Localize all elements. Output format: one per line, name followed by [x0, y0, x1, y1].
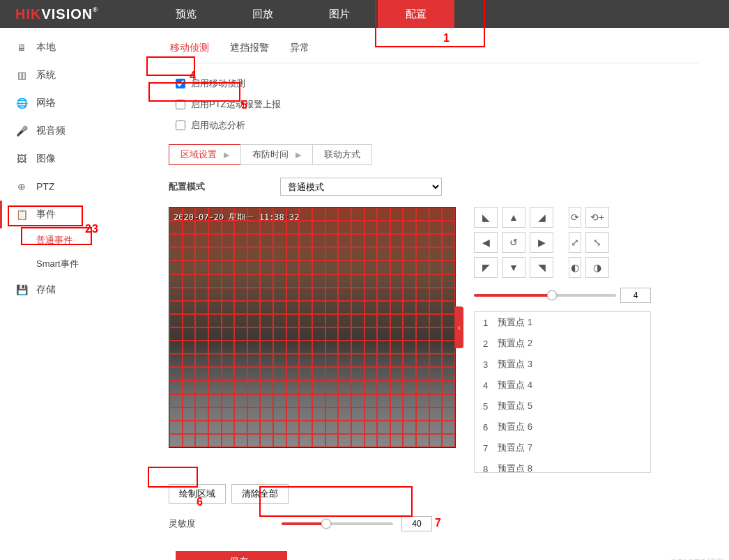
ptz-btn-2-1[interactable]: ▼ — [502, 257, 525, 278]
sidebar-icon-5: ⊕ — [15, 180, 28, 193]
video-preview[interactable]: 2020-07-20 星期一 11:38:32 ‹ — [169, 207, 456, 448]
ptz-btn-2-4[interactable]: ◑ — [585, 257, 609, 278]
step-tab-区域设置[interactable]: 区域设置▶ — [169, 144, 240, 165]
ptz-btn-0-1[interactable]: ▲ — [502, 207, 525, 228]
preset-row[interactable]: 2预置点 2 — [475, 333, 650, 354]
ptz-button-grid: ◣▲◢⟳⟲+◀↺▶⤢⤡◤▼◥◐◑ — [474, 207, 651, 278]
sidebar-item-图像[interactable]: 🖼图像 — [0, 145, 148, 173]
sidebar-label: 本地 — [36, 41, 56, 54]
preset-index: 1 — [483, 318, 488, 328]
preset-name: 预置点 3 — [498, 358, 532, 371]
subtab-遮挡报警[interactable]: 遮挡报警 — [229, 39, 270, 57]
preset-index: 5 — [483, 401, 488, 412]
preset-row[interactable]: 5预置点 5 — [475, 396, 650, 417]
config-mode-select[interactable]: 普通模式 — [280, 178, 442, 196]
logo-vision: VISION — [41, 6, 93, 22]
sidebar-sub-普通事件[interactable]: 普通事件 — [0, 228, 148, 252]
sidebar-item-事件[interactable]: 📋事件 — [0, 201, 148, 228]
enable-motion-checkbox[interactable] — [176, 79, 185, 88]
preset-index: 4 — [483, 380, 488, 391]
content: 移动侦测遮挡报警异常 启用移动侦测 启用PTZ运动报警上报 启用动态分析 区域设… — [148, 28, 729, 560]
step-tab-布防时间[interactable]: 布防时间▶ — [240, 144, 312, 165]
subtab-异常[interactable]: 异常 — [289, 39, 311, 57]
preset-index: 6 — [483, 422, 488, 433]
top-nav-回放[interactable]: 回放 — [224, 0, 301, 28]
preset-row[interactable]: 3预置点 3 — [475, 354, 650, 375]
video-collapse-handle[interactable]: ‹ — [455, 306, 463, 348]
enable-dynamic-label: 启用动态分析 — [191, 119, 245, 132]
step-tabs: 区域设置▶布防时间▶联动方式 — [169, 144, 729, 165]
enable-ptz-alarm-checkbox[interactable] — [176, 100, 185, 109]
sidebar-label: 系统 — [36, 69, 56, 81]
ptz-speed-value[interactable] — [620, 288, 651, 303]
ptz-btn-2-0[interactable]: ◤ — [474, 257, 498, 278]
preset-row[interactable]: 7预置点 7 — [475, 437, 650, 458]
sensitivity-value[interactable] — [401, 516, 432, 531]
sidebar-label: 图像 — [36, 153, 56, 165]
ptz-btn-2-2[interactable]: ◥ — [530, 257, 553, 278]
ptz-btn-1-3[interactable]: ⤢ — [569, 232, 581, 253]
preset-row[interactable]: 1预置点 1 — [475, 312, 650, 333]
sidebar-item-网络[interactable]: 🌐网络 — [0, 89, 148, 117]
sidebar-icon-1: ▥ — [15, 69, 28, 81]
ptz-btn-1-2[interactable]: ▶ — [530, 232, 553, 253]
preset-row[interactable]: 4预置点 4 — [475, 375, 650, 396]
top-bar: HIKVISION® 预览回放图片配置 — [0, 0, 729, 28]
ptz-btn-0-2[interactable]: ◢ — [530, 207, 553, 228]
ptz-btn-1-0[interactable]: ◀ — [474, 232, 498, 253]
preset-name: 预置点 8 — [498, 462, 532, 473]
preset-row[interactable]: 6预置点 6 — [475, 417, 650, 437]
preset-index: 2 — [483, 339, 488, 349]
ptz-btn-1-4[interactable]: ⤡ — [585, 232, 609, 253]
preset-list[interactable]: 1预置点 12预置点 23预置点 34预置点 45预置点 56预置点 67预置点… — [474, 311, 651, 473]
ptz-btn-2-3[interactable]: ◐ — [569, 257, 581, 278]
top-nav-预览[interactable]: 预览 — [148, 0, 224, 28]
logo: HIKVISION® — [0, 6, 148, 22]
preset-index: 7 — [483, 443, 488, 453]
preset-name: 预置点 6 — [498, 421, 532, 433]
ptz-btn-0-4[interactable]: ⟲+ — [585, 207, 609, 228]
logo-hik: HIK — [15, 6, 41, 22]
sidebar-icon-2: 🌐 — [15, 97, 28, 109]
step-tab-联动方式[interactable]: 联动方式 — [312, 144, 372, 165]
ptz-btn-0-0[interactable]: ◣ — [474, 207, 498, 228]
sidebar-label: 网络 — [36, 97, 56, 109]
preset-index: 3 — [483, 359, 488, 370]
sidebar-icon-7: 💾 — [15, 283, 28, 296]
preset-name: 预置点 7 — [498, 442, 532, 454]
sidebar-item-本地[interactable]: 🖥本地 — [0, 33, 148, 61]
sidebar-item-系统[interactable]: ▥系统 — [0, 61, 148, 89]
enable-dynamic-checkbox[interactable] — [176, 120, 185, 130]
sidebar-item-PTZ[interactable]: ⊕PTZ — [0, 173, 148, 201]
watermark: @51CTO博客 — [668, 557, 725, 560]
preset-name: 预置点 1 — [498, 316, 532, 329]
sidebar-item-存储[interactable]: 💾存储 — [0, 276, 148, 304]
config-mode-label: 配置模式 — [169, 180, 280, 193]
ptz-btn-1-1[interactable]: ↺ — [502, 232, 525, 253]
top-nav-图片[interactable]: 图片 — [301, 0, 378, 28]
clear-all-button[interactable]: 清除全部 — [231, 484, 289, 504]
preset-row[interactable]: 8预置点 8 — [475, 458, 650, 473]
preset-index: 8 — [483, 464, 488, 474]
logo-reg: ® — [93, 6, 98, 13]
motion-grid[interactable] — [169, 208, 455, 447]
sidebar-sub-Smart事件[interactable]: Smart事件 — [0, 252, 148, 276]
ptz-btn-0-3[interactable]: ⟳ — [569, 207, 581, 228]
save-icon: ▭ — [215, 557, 224, 560]
sidebar: 🖥本地▥系统🌐网络🎤视音频🖼图像⊕PTZ📋事件普通事件Smart事件💾存储 — [0, 28, 148, 560]
sidebar-label: 视音频 — [36, 125, 66, 137]
sidebar-icon-0: 🖥 — [15, 41, 28, 54]
preset-name: 预置点 5 — [498, 400, 532, 412]
ptz-speed-slider[interactable] — [474, 294, 616, 297]
subtab-移动侦测[interactable]: 移动侦测 — [169, 39, 210, 57]
save-button[interactable]: ▭ 保存 — [176, 551, 287, 560]
sensitivity-slider[interactable] — [282, 522, 393, 525]
draw-area-button[interactable]: 绘制区域 — [169, 484, 226, 504]
sidebar-item-视音频[interactable]: 🎤视音频 — [0, 117, 148, 145]
sidebar-icon-3: 🎤 — [15, 125, 28, 137]
sidebar-label: 事件 — [36, 208, 56, 221]
enable-ptz-alarm-label: 启用PTZ运动报警上报 — [191, 98, 281, 111]
top-nav: 预览回放图片配置 — [148, 0, 454, 28]
top-nav-配置[interactable]: 配置 — [378, 0, 454, 28]
preset-name: 预置点 2 — [498, 337, 532, 350]
